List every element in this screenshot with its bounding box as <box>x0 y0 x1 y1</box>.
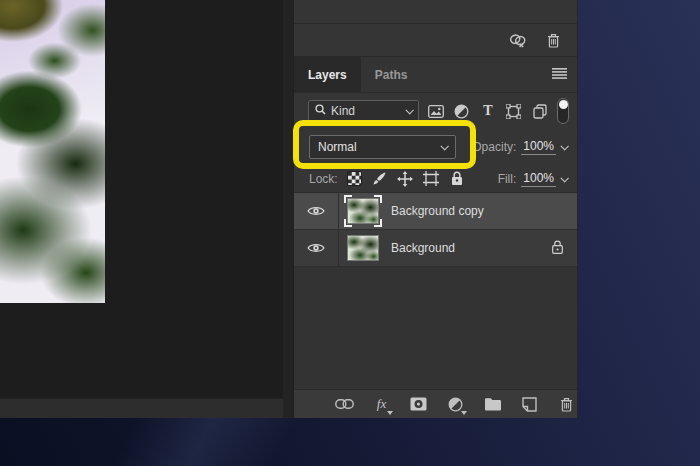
visibility-cell[interactable] <box>294 193 339 229</box>
app-frame <box>283 0 293 418</box>
fx-label: fx <box>377 396 386 412</box>
opacity-control[interactable]: Opacity: 100% <box>472 139 567 155</box>
photo-foliage <box>0 0 105 303</box>
panel-tab-bar: Layers Paths <box>294 57 577 93</box>
blend-mode-select[interactable]: Normal <box>309 135 456 159</box>
tab-layers[interactable]: Layers <box>294 57 361 92</box>
layer-row-background-copy[interactable]: Background copy <box>294 193 577 230</box>
layers-panel-footer: fx <box>294 389 577 418</box>
filter-kind-select[interactable]: Kind <box>308 100 419 122</box>
fill-value[interactable]: 100% <box>521 171 556 187</box>
pixel-layer-filter-icon[interactable] <box>427 101 445 121</box>
lock-all-icon[interactable] <box>449 170 466 187</box>
type-layer-filter-icon[interactable]: T <box>479 101 497 121</box>
layer-row-background[interactable]: Background <box>294 230 577 267</box>
search-icon <box>315 104 326 118</box>
chevron-down-icon <box>405 106 413 114</box>
opacity-value[interactable]: 100% <box>521 139 556 155</box>
smart-object-filter-icon[interactable] <box>531 101 549 121</box>
layers-panel: Layers Paths Kind <box>293 0 578 418</box>
trash-icon[interactable] <box>543 31 563 49</box>
layer-filter-row: Kind T <box>294 93 577 129</box>
lock-pixels-icon[interactable] <box>371 170 388 187</box>
lock-position-icon[interactable] <box>397 170 414 187</box>
document-canvas[interactable] <box>0 0 283 418</box>
blend-mode-value: Normal <box>318 140 357 154</box>
unlink-icon[interactable] <box>508 31 528 49</box>
panel-menu-icon[interactable] <box>552 68 567 82</box>
layer-thumbnail[interactable] <box>346 197 380 225</box>
tab-layers-label: Layers <box>308 68 347 82</box>
adjustment-layer-icon[interactable] <box>446 395 466 413</box>
new-group-icon[interactable] <box>483 395 503 413</box>
filter-kind-label: Kind <box>331 104 355 118</box>
layer-name[interactable]: Background copy <box>391 204 484 218</box>
new-layer-icon[interactable] <box>520 395 540 413</box>
toggle-knob <box>559 100 568 109</box>
lock-label: Lock: <box>309 172 338 186</box>
eye-icon <box>307 242 325 254</box>
lock-row: Lock: Fill: <box>294 165 577 193</box>
lock-artboard-icon[interactable] <box>423 170 440 187</box>
adjustment-layer-filter-icon[interactable] <box>453 101 471 121</box>
tab-paths[interactable]: Paths <box>361 57 422 92</box>
layer-thumbnail-image <box>347 235 379 261</box>
layer-name[interactable]: Background <box>391 241 455 255</box>
fill-label: Fill: <box>498 172 517 186</box>
eye-icon <box>307 205 325 217</box>
lock-transparent-icon[interactable] <box>347 171 362 186</box>
upper-panel-footer <box>294 24 577 57</box>
filter-toggle[interactable] <box>557 98 569 124</box>
chevron-down-icon <box>440 142 448 150</box>
opacity-label: Opacity: <box>472 140 516 154</box>
shape-layer-filter-icon[interactable] <box>505 101 523 121</box>
chevron-down-icon[interactable] <box>560 142 568 150</box>
chevron-down-icon[interactable] <box>560 174 568 182</box>
layer-mask-icon[interactable] <box>409 395 429 413</box>
layer-locked-icon <box>552 240 563 257</box>
window-status-bar <box>0 398 283 418</box>
layer-style-icon[interactable]: fx <box>372 395 392 413</box>
link-layers-icon[interactable] <box>335 395 355 413</box>
upper-panel-area <box>294 0 577 24</box>
visibility-cell[interactable] <box>294 230 339 266</box>
fill-control[interactable]: Fill: 100% <box>498 171 567 187</box>
delete-layer-icon[interactable] <box>557 395 577 413</box>
layers-list-empty-area[interactable] <box>294 267 577 389</box>
layer-thumbnail[interactable] <box>346 234 380 262</box>
blend-mode-row: Normal Opacity: 100% <box>294 129 577 165</box>
tab-paths-label: Paths <box>375 68 408 82</box>
